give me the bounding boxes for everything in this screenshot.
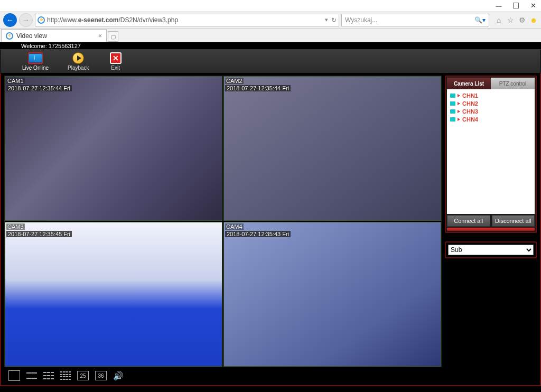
tab-camera-list[interactable]: Camera List	[447, 78, 491, 89]
layout-25-button[interactable]: 25	[77, 371, 89, 380]
cam3-timestamp: 2018-07-27 12:35:45 Fri	[6, 231, 72, 237]
camera-status-icon	[450, 117, 455, 122]
search-input[interactable]: Wyszukaj... 🔍▾	[341, 14, 489, 26]
live-online-button[interactable]: Live Online	[22, 52, 49, 71]
app-toolbar: Live Online Playback Exit	[0, 50, 541, 73]
camera-item-label: CHN2	[462, 100, 478, 107]
exit-label: Exit	[111, 65, 120, 71]
camera-item-chn4[interactable]: CHN4	[450, 116, 531, 123]
cam1-timestamp: 2018-07-27 12:35:44 Fri	[6, 85, 72, 91]
camera-list: CHN1 CHN2 CHN3 CHN4	[447, 89, 535, 214]
disconnect-all-button[interactable]: Disconnect all	[492, 215, 535, 227]
layout-4x4-button[interactable]	[60, 371, 71, 380]
playback-button[interactable]: Playback	[68, 52, 89, 71]
tab-favicon-icon	[6, 32, 13, 40]
cam2-name: CAM2	[225, 78, 244, 84]
favorites-icon[interactable]: ☆	[506, 16, 515, 24]
welcome-text: Welcome: 1725563127	[21, 43, 81, 49]
camera-status-icon	[450, 94, 455, 98]
layout-36-button[interactable]: 36	[95, 371, 107, 380]
cam3-name: CAM3	[6, 223, 25, 230]
address-bar-url: http://www.e-seenet.com/DS2N/dvr/view3.p…	[47, 16, 322, 24]
cam4-name: CAM4	[225, 223, 244, 230]
camera-item-chn3[interactable]: CHN3	[450, 108, 531, 115]
camera-list-panel: Camera List PTZ control CHN1 CHN2	[445, 76, 537, 233]
live-online-label: Live Online	[22, 65, 49, 71]
cam4-timestamp: 2018-07-27 12:35:43 Fri	[225, 231, 291, 237]
nav-forward-button[interactable]: →	[19, 13, 33, 27]
feedback-smile-icon[interactable]: ☻	[529, 16, 538, 24]
cam-view-1[interactable]: CAM1 2018-07-27 12:35:44 Fri	[5, 76, 222, 221]
cam-view-2[interactable]: CAM2 2018-07-27 12:35:44 Fri	[223, 76, 441, 221]
ie-favicon-icon	[38, 16, 45, 24]
playback-label: Playback	[68, 65, 89, 71]
video-grid: CAM1 2018-07-27 12:35:44 Fri CAM2 2018-0…	[4, 76, 442, 367]
video-grid-area: CAM1 2018-07-27 12:35:44 Fri CAM2 2018-0…	[4, 76, 442, 382]
tab-title: Video view	[16, 32, 47, 40]
camera-play-icon	[458, 94, 460, 97]
address-bar[interactable]: http://www.e-seenet.com/DS2N/dvr/view3.p…	[35, 14, 339, 26]
connect-all-button[interactable]: Connect all	[447, 215, 490, 227]
browser-tab[interactable]: Video view ×	[1, 29, 107, 42]
camera-item-label: CHN3	[462, 108, 478, 115]
monitor-icon	[29, 53, 42, 63]
camera-item-chn1[interactable]: CHN1	[450, 92, 531, 99]
cam1-name: CAM1	[6, 78, 25, 84]
close-icon	[110, 52, 122, 64]
exit-button[interactable]: Exit	[108, 52, 123, 71]
ie-nav-bar: ← → http://www.e-seenet.com/DS2N/dvr/vie…	[0, 12, 541, 29]
cam-view-3[interactable]: CAM3 2018-07-27 12:35:45 Fri	[5, 222, 222, 367]
layout-1x1-button[interactable]	[8, 370, 20, 381]
window-titlebar	[0, 0, 541, 12]
layout-2x2-button[interactable]	[26, 371, 37, 380]
refresh-button[interactable]: ↻	[331, 16, 337, 24]
tab-strip: Video view × ▢	[0, 29, 541, 42]
camera-item-label: CHN4	[462, 116, 478, 123]
stream-mode-select[interactable]: Sub	[448, 245, 534, 255]
window-close-button[interactable]	[529, 2, 537, 10]
nav-back-button[interactable]: ←	[3, 13, 17, 27]
window-minimize-button[interactable]	[495, 2, 502, 10]
audio-toggle-button[interactable]: 🔊	[113, 371, 124, 381]
tab-close-button[interactable]: ×	[98, 32, 102, 40]
play-icon	[72, 52, 84, 64]
window-maximize-button[interactable]	[513, 3, 519, 8]
camera-play-icon	[458, 110, 460, 113]
welcome-bar: Welcome: 1725563127	[0, 42, 541, 50]
tools-gear-icon[interactable]: ⚙	[518, 16, 526, 24]
home-icon[interactable]: ⌂	[495, 16, 503, 24]
camera-play-icon	[458, 118, 460, 121]
dvr-app: Welcome: 1725563127 Live Online Playback…	[0, 42, 541, 392]
camera-status-icon	[450, 109, 455, 114]
layout-3x3-button[interactable]	[43, 371, 54, 380]
camera-play-icon	[458, 102, 460, 105]
url-dropdown-icon[interactable]: ▾	[325, 16, 328, 23]
camera-status-icon	[450, 101, 455, 106]
panel-divider	[447, 228, 535, 231]
side-panel: Camera List PTZ control CHN1 CHN2	[445, 76, 537, 382]
stream-select-panel: Sub	[445, 241, 537, 258]
cam-view-4[interactable]: CAM4 2018-07-27 12:35:43 Fri	[223, 222, 441, 367]
search-icon[interactable]: 🔍▾	[474, 16, 486, 24]
search-placeholder: Wyszukaj...	[345, 16, 377, 24]
camera-item-chn2[interactable]: CHN2	[450, 100, 531, 107]
cam2-timestamp: 2018-07-27 12:35:44 Fri	[225, 85, 291, 91]
new-tab-button[interactable]: ▢	[108, 31, 118, 42]
layout-toolbar: 25 36 🔊	[4, 367, 442, 382]
tab-ptz-control[interactable]: PTZ control	[491, 78, 535, 89]
camera-item-label: CHN1	[462, 92, 478, 99]
